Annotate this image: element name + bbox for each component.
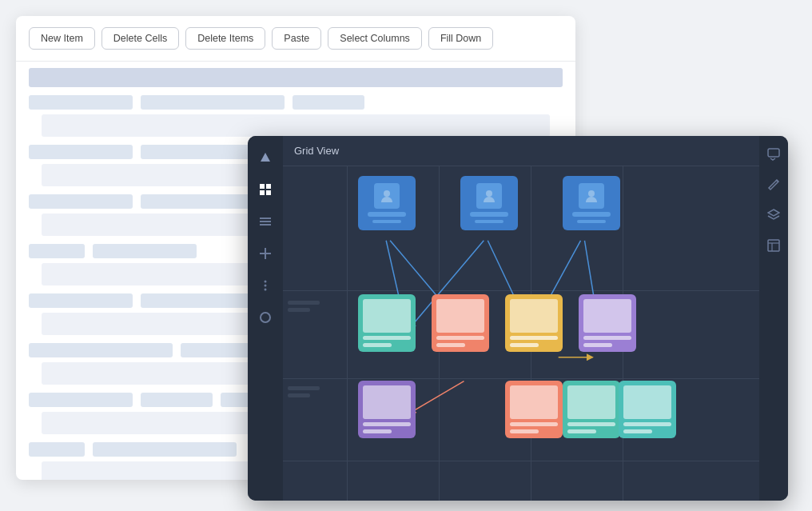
svg-point-11 [265, 285, 267, 287]
teal-card[interactable] [358, 294, 416, 352]
cell [29, 244, 85, 258]
row-line [283, 378, 759, 379]
person-card-line [368, 212, 406, 217]
dark-panel: Grid View [248, 136, 788, 501]
row-line [283, 461, 759, 461]
yellow-card[interactable] [505, 294, 563, 352]
svg-rect-7 [260, 224, 271, 226]
card-line-1 [567, 422, 615, 426]
svg-rect-1 [260, 184, 265, 189]
svg-point-26 [486, 190, 492, 197]
new-item-button[interactable]: New Item [29, 27, 95, 50]
svg-rect-28 [768, 149, 779, 157]
cell [29, 393, 133, 407]
person-card-subline [577, 220, 606, 223]
avatar [579, 183, 604, 209]
table-row [29, 95, 563, 110]
card-content-area [510, 299, 558, 333]
svg-point-13 [261, 313, 270, 322]
card-line-2 [510, 343, 539, 347]
circle-icon[interactable] [257, 309, 274, 326]
svg-rect-3 [260, 190, 265, 195]
person-card-subline [372, 220, 401, 223]
svg-point-12 [265, 289, 267, 291]
cell [93, 442, 237, 457]
card-line-1 [363, 336, 411, 340]
person-card-1[interactable] [358, 176, 416, 230]
dots-icon[interactable] [257, 277, 274, 294]
cell [29, 95, 133, 110]
cell [29, 194, 133, 209]
card-line-1 [363, 422, 411, 426]
person-card-3[interactable] [563, 176, 620, 230]
cyan-card[interactable] [619, 381, 676, 438]
person-card-2[interactable] [460, 176, 518, 230]
card-content-area [583, 299, 631, 333]
card-line-1 [510, 422, 558, 426]
card-line-2 [623, 429, 652, 433]
svg-rect-29 [768, 240, 779, 251]
svg-point-25 [384, 190, 390, 197]
salmon-card[interactable] [432, 294, 489, 352]
cell [93, 244, 197, 258]
edit-icon[interactable] [765, 176, 782, 194]
cell [29, 145, 133, 159]
row-label [288, 301, 320, 312]
select-columns-button[interactable]: Select Columns [328, 27, 422, 50]
purple-card[interactable] [579, 294, 636, 352]
svg-point-27 [588, 190, 595, 197]
svg-rect-4 [266, 190, 271, 195]
spreadsheet-header-row [29, 68, 563, 87]
cell [141, 393, 213, 407]
card-content-area [436, 299, 484, 333]
logo-icon[interactable] [257, 149, 274, 166]
dark-main: Grid View [283, 136, 759, 501]
card-content-area [363, 385, 411, 419]
cell [141, 95, 285, 110]
list-icon[interactable] [257, 213, 274, 230]
fill-down-button[interactable]: Fill Down [428, 27, 493, 50]
grid-content [283, 166, 759, 501]
dark-topbar: Grid View [283, 136, 759, 166]
cell [29, 442, 85, 457]
svg-marker-0 [261, 153, 270, 162]
card-line-1 [510, 336, 558, 340]
card-line-2 [363, 343, 392, 347]
comment-icon[interactable] [765, 146, 782, 163]
table-icon[interactable] [765, 237, 782, 254]
purple2-card[interactable] [358, 381, 416, 438]
card-content-area [567, 385, 615, 419]
avatar [374, 183, 400, 209]
svg-point-10 [265, 281, 267, 283]
add-icon[interactable] [257, 245, 274, 262]
row-line [283, 290, 759, 291]
person-card-line [572, 212, 611, 217]
card-content-area [363, 299, 411, 333]
paste-button[interactable]: Paste [272, 27, 321, 50]
card-content-area [623, 385, 671, 419]
svg-rect-6 [260, 221, 271, 222]
grid-icon[interactable] [257, 181, 274, 198]
card-line-2 [510, 429, 539, 433]
layers-icon[interactable] [765, 206, 782, 224]
toolbar: New Item Delete Cells Delete Items Paste… [16, 16, 575, 62]
cell [293, 95, 364, 110]
dark-sidebar [248, 136, 283, 501]
card-line-2 [567, 429, 596, 433]
card-line-2 [436, 343, 465, 347]
card-line-1 [583, 336, 631, 340]
avatar [476, 183, 502, 209]
person-card-line [470, 212, 508, 217]
cell [29, 293, 133, 308]
table-row [42, 114, 550, 137]
delete-items-button[interactable]: Delete Items [185, 27, 265, 50]
cell [29, 343, 173, 357]
delete-cells-button[interactable]: Delete Cells [102, 27, 179, 50]
svg-rect-2 [266, 184, 271, 189]
person-card-subline [475, 220, 504, 223]
card-line-2 [583, 343, 612, 347]
col-line [347, 166, 348, 501]
orange-card[interactable] [505, 381, 563, 438]
card-line-1 [436, 336, 484, 340]
teal2-card[interactable] [563, 381, 620, 438]
